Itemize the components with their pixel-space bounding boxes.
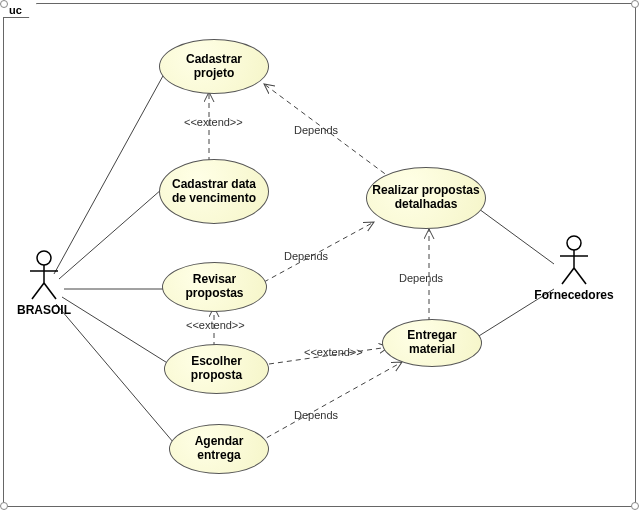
handle-icon	[0, 0, 8, 8]
svg-line-4	[56, 304, 179, 449]
svg-point-19	[567, 236, 581, 250]
usecase-label: Escolher proposta	[169, 355, 264, 383]
svg-line-0	[54, 74, 164, 274]
frame-label: uc	[3, 3, 37, 18]
handle-icon	[631, 0, 639, 8]
svg-line-13	[259, 362, 402, 442]
edge-label-depends: Depends	[284, 250, 328, 262]
svg-line-18	[44, 283, 56, 299]
edge-label-depends: Depends	[294, 409, 338, 421]
edge-label-depends: Depends	[399, 272, 443, 284]
usecase-cadastrar-projeto: Cadastrar projeto	[159, 39, 269, 94]
actor-brasoil-label: BRASOIL	[4, 303, 84, 317]
usecase-label: Realizar propostas detalhadas	[371, 184, 481, 212]
actor-icon	[24, 249, 64, 301]
usecase-label: Revisar propostas	[167, 273, 262, 301]
handle-icon	[631, 502, 639, 510]
usecase-entregar-material: Entregar material	[382, 319, 482, 367]
usecase-cadastrar-data-vencimento: Cadastrar data de vencimento	[159, 159, 269, 224]
handle-icon	[0, 502, 8, 510]
actor-fornecedores-label: Fornecedores	[524, 288, 624, 302]
actor-icon	[554, 234, 594, 286]
edge-label-extend: <<extend>>	[186, 319, 245, 331]
svg-point-14	[37, 251, 51, 265]
actor-brasoil: BRASOIL	[4, 249, 84, 317]
svg-line-23	[574, 268, 586, 284]
usecase-escolher-proposta: Escolher proposta	[164, 344, 269, 394]
frame-label-text: uc	[9, 4, 22, 16]
svg-line-17	[32, 283, 44, 299]
edge-label-depends: Depends	[294, 124, 338, 136]
usecase-agendar-entrega: Agendar entrega	[169, 424, 269, 474]
usecase-label: Agendar entrega	[174, 435, 264, 463]
usecase-label: Entregar material	[387, 329, 477, 357]
edge-label-extend: <<extend>>	[184, 116, 243, 128]
usecase-revisar-propostas: Revisar propostas	[162, 262, 267, 312]
edge-label-extend: <<extend>>	[304, 346, 363, 358]
svg-line-22	[562, 268, 574, 284]
usecase-label: Cadastrar data de vencimento	[164, 178, 264, 206]
diagram-frame: uc	[3, 3, 636, 507]
usecase-realizar-propostas-detalhadas: Realizar propostas detalhadas	[366, 167, 486, 229]
usecase-label: Cadastrar projeto	[164, 53, 264, 81]
actor-fornecedores: Fornecedores	[524, 234, 624, 302]
